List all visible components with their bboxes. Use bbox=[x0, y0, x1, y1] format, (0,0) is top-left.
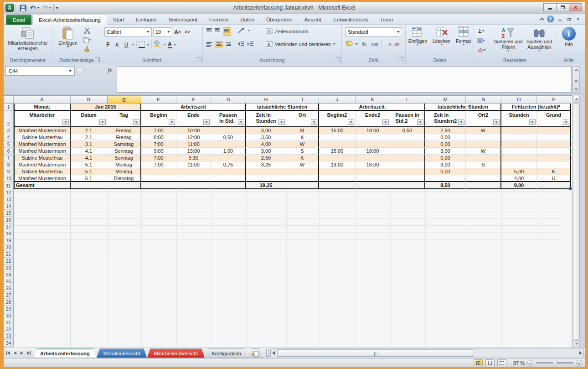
column-filter-header-pausen-in-std.2[interactable]: Pausen in Std.2 bbox=[390, 111, 425, 127]
format-cells-button[interactable]: Format bbox=[456, 26, 471, 46]
cell-K5[interactable] bbox=[356, 141, 390, 148]
row-header-12[interactable]: 12 bbox=[4, 189, 14, 196]
cell-M5[interactable]: 0,00 bbox=[425, 141, 466, 148]
align-center-button[interactable] bbox=[215, 41, 223, 47]
name-box-splitter[interactable] bbox=[77, 67, 84, 75]
cell-N5[interactable] bbox=[466, 141, 501, 148]
shrink-font-button[interactable]: A˅ bbox=[183, 28, 191, 36]
tab-scrollbar-splitter[interactable] bbox=[266, 349, 269, 357]
ribbon-tab-formeln[interactable]: Formeln bbox=[203, 15, 234, 25]
sort-filter-button[interactable]: AZ Sortieren und Filtern bbox=[493, 27, 523, 52]
column-filter-header-zeit-in-stunden2[interactable]: Zeit in Stunden2 bbox=[425, 111, 466, 127]
cell-J4[interactable] bbox=[319, 134, 356, 141]
column-header-P[interactable]: P bbox=[537, 96, 571, 104]
font-color-button[interactable]: A bbox=[168, 42, 172, 48]
increase-decimal-button[interactable]: ←.0 bbox=[384, 41, 392, 48]
cell-N8[interactable]: S bbox=[466, 161, 501, 168]
cell-B3[interactable]: 2.1 bbox=[71, 127, 107, 134]
cell-G9[interactable] bbox=[211, 168, 246, 175]
group-header-jan-2015[interactable]: Jan 2015 bbox=[71, 104, 141, 111]
sheet-tab-mitarbeiterübersicht[interactable]: Mitarbeiterübersicht bbox=[147, 348, 205, 358]
cell-J3[interactable]: 15:00 bbox=[319, 127, 356, 134]
paste-dropdown-caret[interactable] bbox=[67, 46, 69, 47]
ribbon-tab-ansicht[interactable]: Ansicht bbox=[298, 15, 327, 25]
sheet-tab-konfiguration[interactable]: Konfiguration bbox=[205, 348, 248, 358]
wrap-text-button[interactable]: Zeilenumbruch bbox=[266, 28, 308, 34]
copy-dropdown-caret[interactable] bbox=[89, 39, 92, 41]
cell-F6[interactable]: 13:00 bbox=[176, 148, 211, 155]
column-filter-header-grund[interactable]: Grund bbox=[537, 111, 571, 127]
cell-H11[interactable]: 19,25 bbox=[246, 182, 286, 189]
cell-P7[interactable] bbox=[537, 155, 571, 161]
align-bottom-button[interactable] bbox=[223, 27, 231, 36]
cell-B5[interactable]: 3.1 bbox=[71, 141, 107, 148]
filter-dropdown-button[interactable] bbox=[493, 119, 500, 125]
autosum-button[interactable]: Σ bbox=[477, 27, 486, 35]
zoom-in-button[interactable]: + bbox=[576, 360, 582, 366]
fill-button[interactable] bbox=[477, 36, 486, 45]
cell-G4[interactable]: 0,50 bbox=[211, 134, 246, 141]
cell-K9[interactable] bbox=[356, 168, 390, 175]
align-middle-button[interactable] bbox=[215, 27, 220, 36]
cell-N7[interactable] bbox=[466, 155, 501, 161]
cell-N4[interactable] bbox=[466, 134, 501, 141]
row-header-31[interactable]: 31 bbox=[4, 319, 14, 326]
cell-A3[interactable]: Manfred Mustermann bbox=[14, 127, 71, 134]
cell-H9[interactable] bbox=[246, 168, 286, 175]
find-select-button[interactable]: Suchen und Auswählen bbox=[524, 27, 554, 52]
comma-style-button[interactable]: 000 bbox=[371, 41, 379, 48]
row-header-4[interactable]: 4 bbox=[4, 134, 14, 141]
column-header-B[interactable]: B bbox=[71, 96, 107, 104]
ribbon-tab-überprüfen[interactable]: Überprüfen bbox=[260, 15, 299, 25]
row-header-32[interactable]: 32 bbox=[4, 326, 14, 333]
collapse-formula-bar-icon[interactable] bbox=[574, 69, 578, 73]
cell-O10[interactable]: 4,00 bbox=[501, 175, 537, 182]
row-header-6[interactable]: 6 bbox=[4, 148, 14, 155]
format-painter-button[interactable] bbox=[83, 45, 92, 53]
currency-button[interactable] bbox=[346, 40, 353, 48]
cell-G7[interactable] bbox=[211, 155, 246, 161]
cell-H8[interactable]: 3,25 bbox=[246, 161, 286, 168]
cell-G8[interactable]: 0,75 bbox=[211, 161, 246, 168]
row-header-13[interactable]: 13 bbox=[4, 196, 14, 203]
row-header-5[interactable]: 5 bbox=[4, 141, 14, 148]
cell-A10[interactable]: Manfred Mustermann bbox=[14, 175, 71, 182]
scroll-left-button[interactable] bbox=[271, 349, 277, 357]
align-right-button[interactable] bbox=[226, 42, 231, 47]
cell-C7[interactable]: Sonntag bbox=[107, 155, 141, 161]
cell-L3[interactable]: 0,50 bbox=[390, 127, 425, 134]
underline-dropdown-caret[interactable] bbox=[132, 44, 134, 46]
column-filter-header-stunden[interactable]: Stunden bbox=[501, 111, 537, 127]
fill-color-dropdown-caret[interactable] bbox=[163, 44, 166, 46]
grow-font-button[interactable]: A˄ bbox=[174, 28, 182, 36]
column-header-I[interactable]: I bbox=[286, 96, 319, 104]
scroll-right-button[interactable] bbox=[578, 349, 583, 357]
borders-dropdown-caret[interactable] bbox=[147, 44, 150, 46]
cell-L9[interactable] bbox=[390, 168, 425, 175]
filter-dropdown-button[interactable] bbox=[458, 119, 464, 125]
delete-cells-button[interactable]: Löschen bbox=[433, 26, 451, 46]
undo-button[interactable] bbox=[30, 3, 40, 12]
cell-I8[interactable]: W bbox=[286, 161, 319, 168]
sheet-tab-monatsübersicht[interactable]: Monatsübersicht bbox=[97, 348, 147, 358]
select-all-corner[interactable] bbox=[4, 96, 14, 104]
increase-indent-button[interactable] bbox=[247, 40, 254, 48]
underline-button[interactable]: U bbox=[123, 42, 130, 48]
cell-N3[interactable]: W bbox=[466, 127, 501, 134]
currency-dropdown-caret[interactable] bbox=[355, 43, 358, 45]
cell-C3[interactable]: Freitag bbox=[107, 127, 141, 134]
column-header-F[interactable]: F bbox=[176, 96, 211, 104]
cell-C11[interactable] bbox=[107, 182, 141, 189]
row-header-17[interactable]: 17 bbox=[4, 223, 14, 230]
cell-A6[interactable]: Manfred Mustermann bbox=[14, 148, 71, 155]
minimize-button[interactable] bbox=[543, 3, 557, 11]
row-header-24[interactable]: 24 bbox=[4, 271, 14, 278]
cell-O3[interactable] bbox=[501, 127, 537, 134]
cell-M9[interactable]: 0,00 bbox=[425, 168, 466, 175]
next-sheet-button[interactable] bbox=[19, 349, 25, 357]
cell-O5[interactable] bbox=[501, 141, 537, 148]
undo-dropdown-caret[interactable] bbox=[37, 7, 40, 9]
ribbon-tab-excel-arbeitszeiterfassung[interactable]: Excel-Arbeitszeiterfassung bbox=[32, 15, 107, 25]
cell-K10[interactable] bbox=[356, 175, 390, 182]
cell-I7[interactable]: K bbox=[286, 155, 319, 161]
